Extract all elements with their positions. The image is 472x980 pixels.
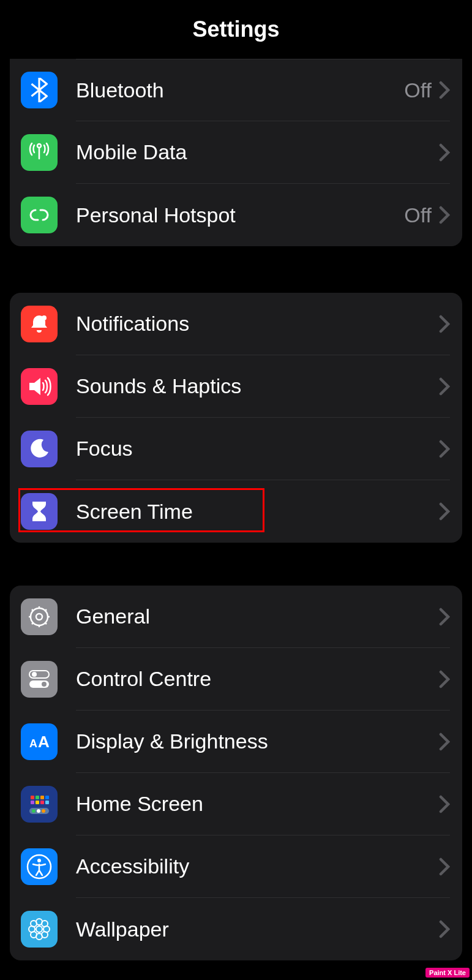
settings-row-display[interactable]: AA Display & Brightness [10,710,462,773]
text-size-icon: AA [21,723,58,760]
flower-icon [21,911,58,948]
settings-group-general: General Control Centre AA Display & Brig… [10,586,462,960]
settings-row-focus[interactable]: Focus [10,418,462,480]
gear-icon [21,598,58,635]
row-label: General [76,605,439,628]
svg-rect-13 [31,801,34,804]
svg-rect-12 [45,796,49,799]
accessibility-icon [21,848,58,885]
chevron-right-icon [439,377,450,396]
settings-row-sounds[interactable]: Sounds & Haptics [10,355,462,418]
watermark: Paint X Lite [425,968,470,978]
settings-row-mobile-data[interactable]: Mobile Data [10,121,462,184]
content: Bluetooth Off Mobile Data Personal Hotsp… [0,59,472,960]
chevron-right-icon [439,502,450,521]
row-value: Off [404,203,432,227]
chevron-right-icon [439,858,450,876]
page-title: Settings [192,17,279,42]
chevron-right-icon [439,81,450,99]
svg-point-30 [31,932,37,938]
chevron-right-icon [439,670,450,688]
row-label: Personal Hotspot [76,203,404,227]
svg-point-19 [37,809,40,813]
settings-group-notifications: Notifications Sounds & Haptics Focus [10,293,462,543]
settings-row-wallpaper[interactable]: Wallpaper [10,898,462,960]
svg-point-18 [32,809,36,813]
svg-rect-11 [40,796,44,799]
hourglass-icon [21,493,58,530]
svg-point-4 [32,672,37,677]
chevron-right-icon [439,608,450,626]
speaker-icon [21,368,58,405]
svg-point-29 [42,921,48,927]
chevron-right-icon [439,920,450,938]
chevron-right-icon [439,440,450,458]
settings-row-notifications[interactable]: Notifications [10,293,462,355]
svg-point-2 [36,614,42,620]
moon-icon [21,431,58,467]
svg-rect-9 [31,796,34,799]
svg-rect-15 [40,801,44,804]
row-label: Accessibility [76,854,439,878]
row-label: Control Centre [76,667,439,691]
svg-point-22 [37,859,41,862]
settings-row-personal-hotspot[interactable]: Personal Hotspot Off [10,184,462,246]
toggles-icon [21,661,58,698]
chevron-right-icon [439,733,450,751]
svg-text:A: A [29,737,37,750]
chevron-right-icon [439,206,450,224]
row-label: Bluetooth [76,78,404,102]
hotspot-icon [21,197,58,233]
svg-point-28 [31,921,37,927]
svg-point-1 [31,608,48,625]
chevron-right-icon [439,315,450,333]
grid-icon [21,786,58,823]
svg-point-0 [42,315,47,320]
header: Settings [0,0,472,59]
settings-group-connectivity: Bluetooth Off Mobile Data Personal Hotsp… [10,59,462,246]
chevron-right-icon [439,143,450,162]
row-label: Notifications [76,312,439,336]
settings-row-control-centre[interactable]: Control Centre [10,648,462,710]
antenna-icon [21,134,58,171]
settings-row-general[interactable]: General [10,586,462,648]
svg-point-20 [42,809,45,813]
settings-row-home-screen[interactable]: Home Screen [10,773,462,835]
row-value: Off [404,78,432,102]
svg-point-31 [42,932,48,938]
svg-point-6 [42,682,47,687]
bluetooth-icon [21,72,58,108]
settings-row-accessibility[interactable]: Accessibility [10,835,462,898]
svg-text:A: A [38,733,50,751]
row-label: Screen Time [76,500,439,524]
chevron-right-icon [439,795,450,813]
settings-row-screen-time[interactable]: Screen Time [10,480,462,543]
row-label: Sounds & Haptics [76,374,439,398]
svg-rect-10 [36,796,39,799]
row-label: Display & Brightness [76,729,439,753]
bell-icon [21,306,58,342]
svg-rect-16 [45,801,49,804]
row-label: Mobile Data [76,140,439,164]
row-label: Focus [76,437,439,461]
svg-rect-14 [36,801,39,804]
svg-point-23 [36,926,42,932]
row-label: Wallpaper [76,918,439,941]
row-label: Home Screen [76,792,439,816]
settings-row-bluetooth[interactable]: Bluetooth Off [10,59,462,121]
